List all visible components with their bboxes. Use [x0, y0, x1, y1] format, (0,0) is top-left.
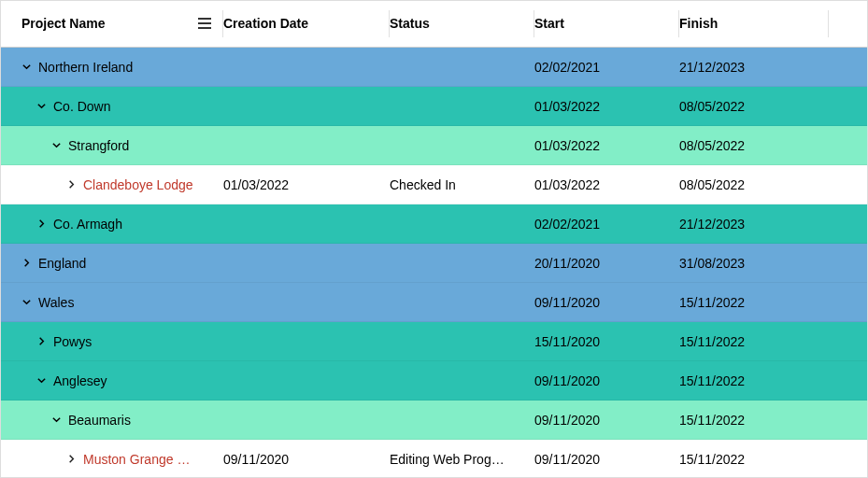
- cell-text: 02/02/2021: [534, 217, 600, 232]
- cell-start: 09/11/2020: [534, 295, 679, 310]
- cell-project-name[interactable]: Wales: [1, 295, 223, 310]
- cell-finish: 15/11/2022: [679, 452, 829, 467]
- cell-text: 31/08/2023: [679, 256, 745, 271]
- header-label: Status: [390, 16, 430, 31]
- cell-start: 01/03/2022: [534, 99, 679, 114]
- header-label: Creation Date: [223, 16, 308, 31]
- chevron-down-icon[interactable]: [50, 139, 63, 152]
- cell-project-name[interactable]: Co. Down: [1, 99, 223, 114]
- table-row[interactable]: Wales09/11/202015/11/2022: [1, 283, 867, 322]
- cell-text: 08/05/2022: [679, 99, 745, 114]
- table-row[interactable]: Clandeboye Lodge01/03/2022Checked In01/0…: [1, 165, 867, 204]
- cell-text: 21/12/2023: [679, 217, 745, 232]
- chevron-right-icon[interactable]: [35, 335, 48, 348]
- header-label: Start: [534, 16, 564, 31]
- cell-text: 01/03/2022: [223, 177, 289, 192]
- cell-status: Editing Web Prog…: [390, 452, 534, 467]
- cell-project-name[interactable]: Anglesey: [1, 373, 223, 388]
- column-header-row: Project Name Creation Date Status Start …: [1, 1, 867, 48]
- chevron-down-icon[interactable]: [20, 61, 33, 74]
- chevron-down-icon[interactable]: [50, 414, 63, 427]
- cell-project-name[interactable]: Muston Grange …: [1, 452, 223, 467]
- chevron-down-icon[interactable]: [20, 296, 33, 309]
- cell-project-name[interactable]: Strangford: [1, 138, 223, 153]
- cell-text: 15/11/2022: [679, 373, 745, 388]
- header-creation-date[interactable]: Creation Date: [223, 10, 390, 37]
- chevron-down-icon[interactable]: [35, 100, 48, 113]
- header-project-name[interactable]: Project Name: [1, 10, 223, 37]
- cell-project-name[interactable]: Powys: [1, 334, 223, 349]
- cell-finish: 21/12/2023: [679, 217, 829, 232]
- table-row[interactable]: Powys15/11/202015/11/2022: [1, 322, 867, 361]
- cell-text: 15/11/2022: [679, 334, 745, 349]
- cell-text: 02/02/2021: [534, 60, 600, 75]
- chevron-right-icon[interactable]: [64, 178, 78, 191]
- project-name-label: Anglesey: [53, 373, 107, 388]
- grid-body[interactable]: Northern Ireland02/02/202121/12/2023Co. …: [1, 48, 867, 477]
- cell-project-name[interactable]: Beaumaris: [1, 413, 223, 428]
- grid: Project Name Creation Date Status Start …: [1, 1, 867, 477]
- table-row[interactable]: Strangford01/03/202208/05/2022: [1, 126, 867, 165]
- table-row[interactable]: England20/11/202031/08/2023: [1, 244, 867, 283]
- cell-text: 09/11/2020: [223, 452, 289, 467]
- project-name-label: Beaumaris: [68, 413, 131, 428]
- cell-creation: 01/03/2022: [223, 177, 390, 192]
- cell-finish: 31/08/2023: [679, 256, 829, 271]
- cell-text: 15/11/2022: [679, 295, 745, 310]
- chevron-down-icon[interactable]: [35, 374, 48, 387]
- cell-project-name[interactable]: Northern Ireland: [1, 60, 223, 75]
- column-menu-icon[interactable]: [198, 18, 211, 29]
- project-name-label: Powys: [53, 334, 92, 349]
- cell-text: 08/05/2022: [679, 138, 745, 153]
- cell-text: 01/03/2022: [534, 177, 600, 192]
- cell-finish: 15/11/2022: [679, 334, 829, 349]
- chevron-right-icon[interactable]: [20, 257, 33, 270]
- cell-finish: 08/05/2022: [679, 99, 829, 114]
- cell-text: 09/11/2020: [534, 373, 600, 388]
- cell-project-name[interactable]: Clandeboye Lodge: [1, 177, 223, 192]
- cell-status: Checked In: [390, 177, 534, 192]
- header-start[interactable]: Start: [534, 10, 679, 37]
- table-row[interactable]: Co. Armagh02/02/202121/12/2023: [1, 204, 867, 244]
- cell-finish: 15/11/2022: [679, 413, 829, 428]
- cell-text: Editing Web Prog…: [390, 452, 505, 467]
- cell-text: 09/11/2020: [534, 452, 600, 467]
- cell-text: Checked In: [390, 177, 456, 192]
- project-name-label: England: [38, 256, 86, 271]
- cell-text: 08/05/2022: [679, 177, 745, 192]
- cell-text: 20/11/2020: [534, 256, 600, 271]
- cell-project-name[interactable]: England: [1, 256, 223, 271]
- project-name-label: Clandeboye Lodge: [83, 177, 193, 192]
- cell-finish: 15/11/2022: [679, 373, 829, 388]
- table-row[interactable]: Beaumaris09/11/202015/11/2022: [1, 401, 867, 440]
- cell-text: 15/11/2020: [534, 334, 600, 349]
- cell-finish: 21/12/2023: [679, 60, 829, 75]
- table-row[interactable]: Muston Grange …09/11/2020Editing Web Pro…: [1, 440, 867, 477]
- chevron-right-icon[interactable]: [64, 453, 78, 466]
- header-finish[interactable]: Finish: [679, 10, 829, 37]
- cell-finish: 08/05/2022: [679, 177, 829, 192]
- cell-text: 09/11/2020: [534, 413, 600, 428]
- chevron-right-icon[interactable]: [35, 218, 48, 231]
- cell-finish: 08/05/2022: [679, 138, 829, 153]
- cell-start: 20/11/2020: [534, 256, 679, 271]
- project-name-label: Muston Grange …: [83, 452, 190, 467]
- cell-start: 09/11/2020: [534, 452, 679, 467]
- project-name-label: Northern Ireland: [38, 60, 133, 75]
- table-row[interactable]: Northern Ireland02/02/202121/12/2023: [1, 48, 867, 87]
- cell-start: 15/11/2020: [534, 334, 679, 349]
- project-name-label: Strangford: [68, 138, 129, 153]
- cell-start: 02/02/2021: [534, 60, 679, 75]
- cell-text: 01/03/2022: [534, 138, 600, 153]
- table-row[interactable]: Anglesey09/11/202015/11/2022: [1, 361, 867, 401]
- header-status[interactable]: Status: [390, 10, 534, 37]
- cell-finish: 15/11/2022: [679, 295, 829, 310]
- cell-project-name[interactable]: Co. Armagh: [1, 217, 223, 232]
- cell-text: 15/11/2022: [679, 452, 745, 467]
- cell-text: 15/11/2022: [679, 413, 745, 428]
- project-name-label: Co. Armagh: [53, 217, 122, 232]
- cell-text: 09/11/2020: [534, 295, 600, 310]
- cell-start: 09/11/2020: [534, 413, 679, 428]
- table-row[interactable]: Co. Down01/03/202208/05/2022: [1, 87, 867, 126]
- cell-start: 01/03/2022: [534, 177, 679, 192]
